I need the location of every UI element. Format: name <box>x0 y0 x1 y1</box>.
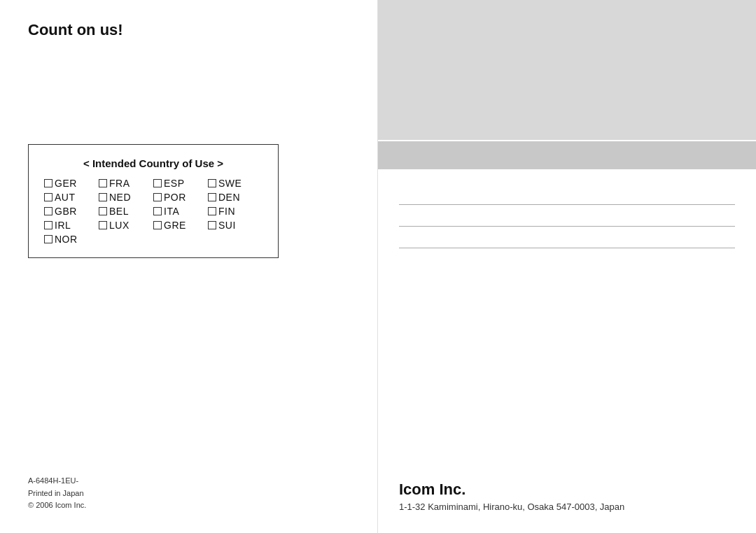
country-ger: GER <box>44 178 99 189</box>
checkbox-por[interactable] <box>153 193 162 201</box>
checkbox-ita[interactable] <box>153 207 162 215</box>
footer-line2: Printed in Japan <box>28 488 86 500</box>
country-label-fin: FIN <box>218 206 235 217</box>
checkbox-fra[interactable] <box>99 179 107 187</box>
icom-footer: Icom Inc. 1-1-32 Kamiminami, Hirano-ku, … <box>399 481 735 512</box>
left-panel: Count on us! < Intended Country of Use >… <box>0 0 378 533</box>
country-aut: AUT <box>44 192 99 203</box>
country-grid: GER FRA ESP SWE AUT <box>44 178 262 245</box>
country-label-nor: NOR <box>55 234 78 245</box>
country-row-4: IRL LUX GRE SUI <box>44 220 262 231</box>
checkbox-swe[interactable] <box>208 179 216 187</box>
checkbox-bel[interactable] <box>99 207 107 215</box>
country-irl: IRL <box>44 220 99 231</box>
country-label-sui: SUI <box>218 220 236 231</box>
country-label-por: POR <box>164 192 186 203</box>
country-label-ger: GER <box>55 178 77 189</box>
country-label-irl: IRL <box>55 220 71 231</box>
checkbox-gbr[interactable] <box>44 207 52 215</box>
country-label-gre: GRE <box>164 220 186 231</box>
country-label-lux: LUX <box>109 220 130 231</box>
country-row-1: GER FRA ESP SWE <box>44 178 262 189</box>
country-label-ned: NED <box>109 192 131 203</box>
country-swe: SWE <box>208 178 262 189</box>
divider-line-1 <box>399 204 735 205</box>
footer-line3: © 2006 Icom Inc. <box>28 499 86 512</box>
country-label-swe: SWE <box>218 178 241 189</box>
country-fin: FIN <box>208 206 262 217</box>
country-label-aut: AUT <box>55 192 76 203</box>
intended-country-title: < Intended Country of Use > <box>44 157 262 169</box>
divider-line-3 <box>399 248 735 248</box>
country-ita: ITA <box>153 206 208 217</box>
headline: Count on us! <box>28 21 349 39</box>
right-content: Icom Inc. 1-1-32 Kamiminami, Hirano-ku, … <box>378 169 756 533</box>
country-label-gbr: GBR <box>55 206 77 217</box>
country-nor: NOR <box>44 234 99 245</box>
country-por: POR <box>153 192 208 203</box>
country-gbr: GBR <box>44 206 99 217</box>
checkbox-sui[interactable] <box>208 221 216 229</box>
checkbox-irl[interactable] <box>44 221 52 229</box>
checkbox-ger[interactable] <box>44 179 52 187</box>
country-esp: ESP <box>153 178 208 189</box>
country-ned: NED <box>99 192 153 203</box>
icom-company-name: Icom Inc. <box>399 481 735 499</box>
country-fra: FRA <box>99 178 153 189</box>
checkbox-fin[interactable] <box>208 207 216 215</box>
country-lux: LUX <box>99 220 153 231</box>
right-top-gray-area <box>378 0 756 140</box>
country-label-fra: FRA <box>109 178 130 189</box>
right-panel: Icom Inc. 1-1-32 Kamiminami, Hirano-ku, … <box>378 0 756 533</box>
footer-line1: A-6484H-1EU- <box>28 475 86 488</box>
footer-left: A-6484H-1EU- Printed in Japan © 2006 Ico… <box>28 475 86 512</box>
country-row-5: NOR <box>44 234 262 245</box>
checkbox-aut[interactable] <box>44 193 52 201</box>
country-row-2: AUT NED POR DEN <box>44 192 262 203</box>
right-mid-gray-area <box>378 141 756 169</box>
country-den: DEN <box>208 192 262 203</box>
checkbox-lux[interactable] <box>99 221 107 229</box>
icom-address: 1-1-32 Kamiminami, Hirano-ku, Osaka 547-… <box>399 502 735 512</box>
country-bel: BEL <box>99 206 153 217</box>
country-gre: GRE <box>153 220 208 231</box>
divider-line-2 <box>399 226 735 227</box>
checkbox-den[interactable] <box>208 193 216 201</box>
checkbox-nor[interactable] <box>44 235 52 243</box>
country-sui: SUI <box>208 220 262 231</box>
checkbox-esp[interactable] <box>153 179 162 187</box>
checkbox-ned[interactable] <box>99 193 107 201</box>
checkbox-gre[interactable] <box>153 221 162 229</box>
country-label-bel: BEL <box>109 206 129 217</box>
intended-country-box: < Intended Country of Use > GER FRA ESP <box>28 144 279 258</box>
country-row-3: GBR BEL ITA FIN <box>44 206 262 217</box>
country-label-ita: ITA <box>164 206 179 217</box>
country-label-den: DEN <box>218 192 240 203</box>
country-label-esp: ESP <box>164 178 185 189</box>
